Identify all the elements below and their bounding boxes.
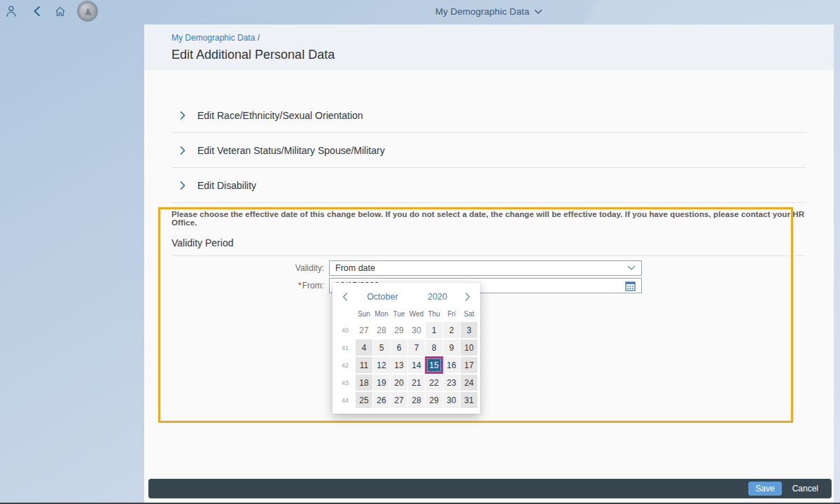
calendar-day[interactable]: 11 [356, 357, 372, 373]
calendar-month-button[interactable]: October [351, 292, 414, 302]
back-icon[interactable] [31, 5, 42, 18]
calendar-day[interactable]: 10 [461, 340, 477, 356]
calendar-icon[interactable] [625, 281, 636, 291]
validity-period-heading: Validity Period [172, 237, 806, 248]
calendar-day-name: Wed [408, 307, 425, 321]
calendar-day[interactable]: 18 [356, 374, 372, 391]
chevron-right-icon [180, 181, 186, 190]
footer-toolbar: Save Cancel [148, 479, 832, 498]
week-number: 42 [335, 357, 356, 374]
calendar-week-row: 4211121314151617 [335, 357, 478, 374]
calendar-day-name: Sun [356, 307, 372, 321]
chevron-down-icon [627, 265, 636, 271]
calendar-day[interactable]: 3 [461, 322, 477, 338]
calendar-day-name: Thu [426, 307, 442, 321]
calendar-day-selected[interactable]: 15 [426, 357, 442, 373]
validity-form-row: Validity: From date [144, 260, 834, 276]
save-button[interactable]: Save [748, 482, 781, 496]
calendar-day[interactable]: 29 [391, 322, 407, 338]
shell-bar: My Demographic Data [0, 0, 840, 24]
week-number: 44 [335, 392, 356, 409]
chevron-right-icon [180, 146, 186, 155]
calendar-next-icon[interactable] [461, 290, 474, 303]
calendar-day[interactable]: 1 [426, 322, 442, 338]
calendar-day[interactable]: 6 [391, 340, 407, 356]
calendar-day[interactable]: 7 [408, 340, 425, 356]
calendar-day-names: SunMonTueWedThuFriSat [335, 307, 478, 321]
week-number: 43 [335, 374, 356, 391]
section-edit-race-ethnicity[interactable]: Edit Race/Ethnicity/Sexual Orientation [172, 98, 806, 133]
calendar-day[interactable]: 23 [443, 374, 460, 391]
calendar-day[interactable]: 25 [356, 392, 372, 408]
calendar-day[interactable]: 5 [373, 340, 390, 356]
validity-label: Validity: [144, 263, 329, 273]
calendar-day[interactable]: 29 [426, 392, 442, 408]
section-edit-veteran-status[interactable]: Edit Veteran Status/Military Spouse/Mili… [172, 133, 806, 168]
calendar-day[interactable]: 27 [391, 392, 407, 408]
calendar-day-name: Fri [443, 307, 460, 321]
section-label: Edit Disability [197, 180, 256, 191]
calendar-day[interactable]: 28 [373, 322, 390, 338]
cancel-button[interactable]: Cancel [788, 482, 822, 496]
calendar-week-row: 4318192021222324 [335, 374, 478, 391]
calendar-day-name: Sat [461, 307, 477, 321]
chevron-down-icon [534, 9, 542, 15]
calendar-day[interactable]: 16 [443, 357, 460, 373]
chevron-right-icon [180, 111, 186, 120]
section-label: Edit Race/Ethnicity/Sexual Orientation [197, 110, 363, 121]
required-marker: * [298, 281, 302, 290]
section-edit-disability[interactable]: Edit Disability [172, 168, 806, 203]
page-title: Edit Additional Personal Data [172, 48, 806, 62]
from-date-form-row: *From: 10/15/2020 [144, 278, 834, 293]
date-picker-popup: October 2020 SunMonTueWedThuFriSat 40272… [332, 283, 480, 414]
calendar-day[interactable]: 14 [408, 357, 425, 373]
from-label: *From: [144, 281, 329, 290]
effective-date-notice: Please choose the effective date of this… [172, 210, 820, 227]
calendar-day[interactable]: 19 [373, 374, 390, 391]
calendar-day[interactable]: 9 [443, 340, 460, 356]
calendar-day[interactable]: 22 [426, 374, 442, 391]
week-number: 40 [335, 322, 356, 339]
app-title: My Demographic Data [435, 6, 529, 17]
calendar-day[interactable]: 13 [391, 357, 407, 373]
week-number: 41 [335, 340, 356, 356]
home-icon[interactable] [55, 5, 66, 18]
calendar-day[interactable]: 17 [461, 357, 477, 373]
breadcrumb-separator: / [258, 33, 260, 43]
calendar-week-row: 4145678910 [335, 340, 478, 356]
validity-select-value: From date [335, 263, 627, 273]
breadcrumb: My Demographic Data / [172, 33, 806, 43]
app-title-menu[interactable]: My Demographic Data [144, 0, 834, 23]
week-number-column [335, 307, 356, 321]
calendar-day[interactable]: 8 [426, 340, 442, 356]
calendar-grid: 4027282930123414567891042111213141516174… [335, 322, 478, 409]
calendar-header: October 2020 [339, 288, 474, 306]
calendar-day-name: Tue [391, 307, 407, 321]
calendar-day[interactable]: 4 [356, 340, 372, 356]
calendar-day[interactable]: 20 [391, 374, 407, 391]
collapsible-sections: Edit Race/Ethnicity/Sexual Orientation E… [172, 98, 806, 203]
calendar-day[interactable]: 21 [408, 374, 425, 391]
calendar-prev-icon[interactable] [339, 290, 351, 303]
divider [172, 255, 805, 256]
calendar-week-row: 4027282930123 [335, 322, 478, 339]
calendar-day[interactable]: 30 [408, 322, 425, 338]
calendar-day[interactable]: 30 [443, 392, 460, 408]
breadcrumb-link-demographic-data[interactable]: My Demographic Data [172, 33, 255, 43]
calendar-day[interactable]: 26 [373, 392, 390, 408]
calendar-day[interactable]: 27 [356, 322, 372, 338]
calendar-day[interactable]: 12 [373, 357, 390, 373]
calendar-day[interactable]: 2 [443, 322, 460, 338]
profile-coin-avatar[interactable] [77, 1, 98, 22]
content-panel: My Demographic Data / Edit Additional Pe… [144, 24, 834, 503]
calendar-day[interactable]: 31 [461, 392, 477, 408]
calendar-day-name: Mon [373, 307, 390, 321]
calendar-week-row: 4425262728293031 [335, 392, 478, 409]
calendar-day[interactable]: 24 [461, 374, 477, 391]
validity-select[interactable]: From date [329, 260, 642, 276]
calendar-day[interactable]: 28 [408, 392, 425, 408]
user-icon[interactable] [6, 5, 17, 18]
section-label: Edit Veteran Status/Military Spouse/Mili… [197, 145, 385, 156]
calendar-year-button[interactable]: 2020 [414, 292, 461, 302]
page-header: My Demographic Data / Edit Additional Pe… [144, 24, 834, 70]
